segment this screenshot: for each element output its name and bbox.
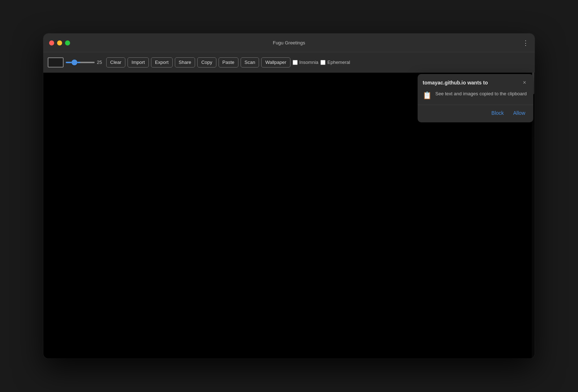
size-slider[interactable] (66, 62, 95, 63)
title-bar: Fugu Greetings ⋮ (43, 34, 535, 52)
popup-body: 📋 See text and images copied to the clip… (418, 88, 533, 105)
window-title: Fugu Greetings (273, 40, 305, 45)
clipboard-icon: 📋 (423, 91, 432, 100)
popup-close-button[interactable]: × (521, 79, 528, 86)
clear-button[interactable]: Clear (106, 57, 125, 67)
export-button[interactable]: Export (151, 57, 173, 67)
popup-description: See text and images copied to the clipbo… (435, 91, 527, 97)
copy-button[interactable]: Copy (197, 57, 216, 67)
insomnia-checkbox[interactable] (293, 60, 298, 65)
ephemeral-checkbox-label[interactable]: Ephemeral (320, 60, 350, 65)
insomnia-checkbox-label[interactable]: Insomnia (293, 60, 319, 65)
toolbar: 25 Clear Import Export Share Copy Paste … (43, 52, 535, 73)
import-button[interactable]: Import (128, 57, 149, 67)
popup-title: tomayac.github.io wants to (423, 80, 488, 86)
slider-container: 25 (66, 60, 104, 65)
maximize-button[interactable] (65, 40, 70, 45)
paste-button[interactable]: Paste (219, 57, 238, 67)
share-button[interactable]: Share (175, 57, 195, 67)
slider-value: 25 (97, 60, 104, 65)
close-button[interactable] (49, 40, 54, 45)
permission-popup: tomayac.github.io wants to × 📋 See text … (418, 74, 533, 122)
insomnia-label: Insomnia (299, 60, 319, 65)
ephemeral-checkbox[interactable] (320, 60, 325, 65)
allow-button[interactable]: Allow (510, 109, 528, 117)
popup-actions: Block Allow (418, 105, 533, 122)
popup-header: tomayac.github.io wants to × (418, 74, 533, 88)
minimize-button[interactable] (57, 40, 62, 45)
ephemeral-label: Ephemeral (327, 60, 350, 65)
wallpaper-button[interactable]: Wallpaper (261, 57, 290, 67)
scan-button[interactable]: Scan (241, 57, 259, 67)
traffic-lights (49, 40, 70, 45)
app-window: Fugu Greetings ⋮ 25 Clear Import Export … (43, 34, 535, 358)
menu-icon[interactable]: ⋮ (522, 40, 529, 46)
color-swatch[interactable] (48, 57, 64, 67)
canvas-area[interactable]: tomayac.github.io wants to × 📋 See text … (43, 73, 535, 358)
block-button[interactable]: Block (488, 109, 506, 117)
